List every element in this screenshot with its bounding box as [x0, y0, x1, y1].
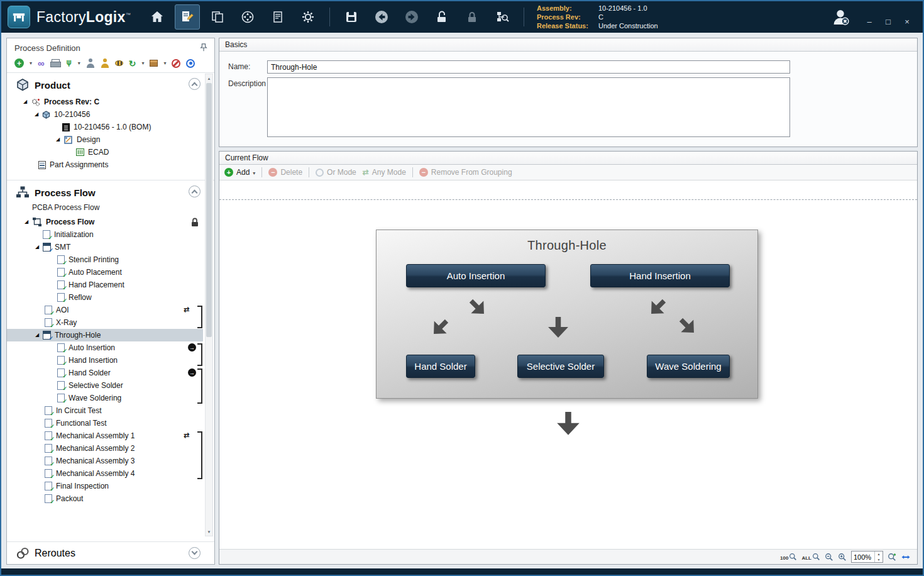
name-input[interactable]: [267, 60, 790, 74]
remove-from-grouping-button[interactable]: Remove From Grouping: [419, 168, 512, 177]
unlock-button[interactable]: [429, 4, 454, 30]
delete-button[interactable]: Delete: [268, 168, 302, 177]
zoom-out-button[interactable]: [825, 553, 833, 562]
process-definition-button[interactable]: [175, 4, 200, 30]
tree-item-aoi[interactable]: AOI: [7, 304, 203, 316]
flow-node-hand-insertion[interactable]: Hand Insertion: [590, 264, 730, 287]
forward-button[interactable]: [399, 4, 424, 30]
expander-icon[interactable]: [35, 245, 43, 250]
tree-item-process-flow-root[interactable]: Process Flow: [7, 216, 203, 228]
add-branch-icon[interactable]: [65, 58, 72, 68]
tree-item-mechanical-assembly-4[interactable]: Mechanical Assembly 4: [7, 467, 203, 480]
disable-icon[interactable]: [172, 59, 180, 68]
reports-button[interactable]: [265, 4, 290, 30]
workspace: Process Definition: [1, 33, 923, 568]
scroll-up-button[interactable]: [206, 74, 212, 82]
tree-item-mechanical-assembly-1[interactable]: Mechanical Assembly 1: [7, 429, 203, 442]
tree-item-through-hole[interactable]: Through-Hole: [7, 329, 203, 341]
tree-item-in-circuit-test[interactable]: In Circuit Test: [7, 404, 203, 417]
add-node-caret-icon[interactable]: [30, 60, 32, 66]
expander-icon[interactable]: [56, 137, 63, 142]
zoom-decrease-button[interactable]: [875, 557, 883, 563]
link-icon[interactable]: [38, 58, 45, 69]
tree-item-wave-soldering[interactable]: Wave Soldering: [7, 392, 203, 404]
inspect-icon[interactable]: [186, 59, 195, 68]
tree-item-process-rev[interactable]: Process Rev: C: [7, 96, 203, 108]
tree-item-assembly[interactable]: 10-210456: [7, 108, 203, 121]
zoom-fit-all-button[interactable]: ALL: [801, 553, 820, 561]
package-caret-icon[interactable]: [163, 60, 166, 66]
tree-item-hand-placement[interactable]: Hand Placement: [7, 279, 203, 291]
tree-item-hand-solder[interactable]: Hand Solder: [7, 367, 203, 379]
tree-item-reflow[interactable]: Reflow: [7, 291, 203, 304]
flow-node-hand-solder[interactable]: Hand Solder: [406, 355, 475, 378]
tree-item-functional-test[interactable]: Functional Test: [7, 417, 203, 429]
tree-item-bom[interactable]: 10-210456 - 1.0 (BOM): [7, 121, 203, 133]
tree-item-hand-insertion[interactable]: Hand Insertion: [7, 354, 203, 367]
tree-item-design[interactable]: Design: [7, 133, 203, 146]
operator-icon[interactable]: [86, 58, 95, 68]
through-hole-group-box[interactable]: Through-Hole Auto Insertion Hand Inserti…: [376, 230, 758, 399]
zoom-increase-button[interactable]: [875, 551, 883, 557]
back-button[interactable]: [369, 4, 394, 30]
flow-node-selective-solder[interactable]: Selective Solder: [517, 355, 604, 378]
zoom-selection-button[interactable]: [888, 553, 896, 562]
expander-icon[interactable]: [35, 112, 42, 117]
reroutes-section-header[interactable]: Reroutes: [7, 541, 214, 564]
minimize-button[interactable]: [865, 18, 874, 26]
home-button[interactable]: [145, 4, 170, 30]
flow-node-auto-insertion[interactable]: Auto Insertion: [406, 264, 546, 287]
step-icon: [57, 293, 65, 302]
package-icon[interactable]: [150, 60, 158, 67]
add-caret-icon[interactable]: [253, 168, 255, 177]
any-mode-button[interactable]: Any Mode: [363, 168, 406, 177]
branch-caret-icon[interactable]: [78, 60, 80, 66]
lock-button[interactable]: [459, 4, 485, 30]
save-button[interactable]: [339, 4, 364, 30]
dispatch-button[interactable]: [235, 4, 260, 30]
tree-item-stencil-printing[interactable]: Stencil Printing: [7, 253, 203, 266]
add-icon: [224, 168, 233, 177]
product-collapse-button[interactable]: [189, 78, 201, 90]
pan-fit-button[interactable]: [901, 553, 911, 562]
expander-icon[interactable]: [25, 219, 32, 224]
tree-item-ecad[interactable]: ECAD: [7, 146, 203, 158]
certification-icon[interactable]: [101, 58, 109, 68]
settings-gear-button[interactable]: [295, 4, 321, 30]
refresh-caret-icon[interactable]: [141, 60, 144, 66]
refresh-icon[interactable]: [129, 58, 136, 69]
tree-item-packout[interactable]: Packout: [7, 492, 203, 505]
close-button[interactable]: [903, 18, 911, 26]
zoom-in-button[interactable]: [838, 553, 847, 562]
production-button[interactable]: [205, 4, 230, 30]
maximize-button[interactable]: [884, 18, 893, 26]
sidebar-scrollbar[interactable]: [205, 74, 213, 536]
process-audit-button[interactable]: [490, 4, 515, 30]
tree-item-final-inspection[interactable]: Final Inspection: [7, 480, 203, 492]
zoom-percent-input[interactable]: [852, 551, 874, 562]
pin-icon[interactable]: [199, 43, 208, 54]
print-icon[interactable]: [50, 59, 60, 67]
description-field[interactable]: [267, 77, 790, 137]
expander-icon[interactable]: [23, 99, 31, 104]
or-mode-button[interactable]: Or Mode: [316, 168, 356, 177]
process-flow-collapse-button[interactable]: [189, 186, 201, 197]
bee-icon[interactable]: [115, 60, 123, 66]
reroutes-expand-button[interactable]: [189, 547, 201, 559]
tree-item-x-ray[interactable]: X-Ray: [7, 316, 203, 329]
tree-item-auto-placement[interactable]: Auto Placement: [7, 266, 203, 279]
tree-item-mechanical-assembly-3[interactable]: Mechanical Assembly 3: [7, 455, 203, 467]
scroll-thumb[interactable]: [206, 83, 212, 337]
tree-item-selective-solder[interactable]: Selective Solder: [7, 379, 203, 392]
flow-node-wave-soldering[interactable]: Wave Soldering: [647, 355, 730, 378]
tree-item-mechanical-assembly-2[interactable]: Mechanical Assembly 2: [7, 442, 203, 455]
zoom-100-button[interactable]: 100: [780, 553, 797, 561]
add-node-icon[interactable]: [14, 58, 24, 68]
tree-item-part-assignments[interactable]: Part Assignments: [7, 158, 203, 171]
tree-item-smt[interactable]: SMT: [7, 241, 203, 253]
tree-item-initialization[interactable]: Initialization: [7, 228, 203, 241]
user-logout-button[interactable]: [830, 6, 851, 28]
add-button[interactable]: Add: [224, 168, 255, 177]
expander-icon[interactable]: [35, 333, 43, 338]
tree-item-auto-insertion[interactable]: Auto Insertion: [7, 341, 203, 354]
